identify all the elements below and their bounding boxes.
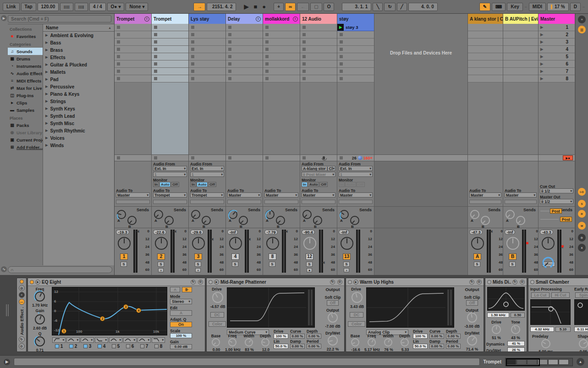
clip-stop-button[interactable]	[302, 48, 306, 51]
clip-stop-button[interactable]	[340, 62, 343, 66]
quantize-menu[interactable]: None▾	[126, 3, 148, 11]
mixer-toggle-r[interactable]: R	[578, 210, 586, 218]
clip-slot[interactable]	[263, 31, 300, 38]
preview-bar[interactable]: ∩	[8, 266, 112, 273]
freq-value[interactable]: 1.70 kHz	[29, 303, 51, 308]
dc-button[interactable]: DC	[210, 312, 224, 318]
clip-slot[interactable]	[115, 60, 151, 68]
volume-value[interactable]: -7.79	[264, 230, 278, 235]
master-header[interactable]: Master	[539, 14, 575, 24]
track-activator[interactable]: A	[473, 253, 481, 260]
scene-slot[interactable]: ▶1	[539, 24, 575, 31]
clip-stop-button[interactable]	[228, 33, 231, 36]
stop-all-clips-button[interactable]	[302, 156, 306, 159]
output-value[interactable]: -7.00 dB	[321, 324, 344, 329]
adapt-q-button[interactable]: On	[170, 322, 192, 327]
spectrum-button[interactable]: ⊪	[182, 287, 192, 292]
session-record-button[interactable]: ▢	[310, 3, 322, 11]
volume-knob[interactable]	[192, 237, 205, 250]
clip-slot[interactable]	[152, 75, 188, 82]
q-value[interactable]: 0.71	[29, 348, 51, 352]
edit-ab-button[interactable]: A	[170, 310, 192, 316]
clip-slot[interactable]	[337, 46, 374, 53]
freq-knob[interactable]	[228, 338, 236, 346]
solo-button[interactable]: S	[232, 262, 238, 267]
clip-slot[interactable]	[115, 75, 151, 82]
ws_curve-field[interactable]: 0.00 %	[290, 334, 305, 339]
devices-toggle-icon[interactable]: —	[19, 299, 25, 305]
midi-overdub-button[interactable]: ∞	[285, 3, 296, 11]
device-on-icon[interactable]	[487, 280, 491, 284]
monitor-auto-button[interactable]: Auto	[308, 182, 319, 187]
volume-knob[interactable]	[229, 237, 242, 250]
ws_curve-field[interactable]: 0.00 %	[429, 334, 444, 339]
volume-knob[interactable]	[266, 237, 279, 250]
monitor-off-button[interactable]: Off	[208, 182, 216, 187]
clip-stop-button[interactable]	[154, 77, 157, 80]
midi-map-button[interactable]: MIDI	[529, 3, 546, 11]
depth-knob[interactable]	[261, 338, 269, 346]
sidebar-item-samples[interactable]: ▬Samples	[8, 106, 43, 114]
hot-swap-icon[interactable]: ↻	[19, 336, 25, 342]
solo-button[interactable]: S	[509, 262, 516, 267]
folder-expand-icon[interactable]: ▶	[45, 70, 48, 74]
filter-q-field[interactable]: 5.10	[555, 327, 571, 332]
clip-stop-button[interactable]	[228, 70, 231, 73]
list-item-folder[interactable]: ▶Voices	[43, 134, 114, 142]
follow-button[interactable]: →	[193, 3, 205, 11]
clip-stop-button[interactable]	[302, 33, 306, 36]
dc-button[interactable]: DC	[350, 312, 363, 318]
clip-stop-button[interactable]	[302, 40, 306, 44]
sidebar-item-max-for-live[interactable]: ⇄Max for Live	[8, 84, 43, 92]
soft-clip-button[interactable]: Off	[327, 300, 339, 306]
clip-slot[interactable]	[263, 46, 300, 53]
monitor-in-button[interactable]: In	[302, 182, 308, 187]
clip-slot[interactable]	[226, 75, 263, 82]
mixer-toggle-x[interactable]: X	[578, 244, 586, 252]
output-value[interactable]: -3.00 dB	[461, 324, 484, 329]
drive-value[interactable]: -4.57 dB	[207, 304, 229, 309]
device-on-icon[interactable]	[20, 280, 24, 284]
scene-slot[interactable]: ▶5	[539, 53, 575, 60]
ws_depth-field[interactable]: 0.00 %	[446, 334, 461, 339]
clip-slot[interactable]	[263, 75, 300, 82]
clip-stop-button[interactable]	[302, 62, 306, 66]
list-item-folder[interactable]: ▶Bass	[43, 39, 114, 46]
search-input[interactable]	[8, 15, 111, 22]
q-knob[interactable]	[35, 336, 45, 346]
folder-expand-icon[interactable]: ▶	[45, 136, 48, 140]
volume-value[interactable]: -22.6	[153, 230, 166, 235]
list-item-folder[interactable]: ▶Percussive	[43, 83, 114, 90]
scene-play-icon[interactable]: ▶	[540, 62, 543, 66]
clip-stop-button[interactable]	[228, 77, 231, 80]
clip-stop-button[interactable]	[265, 62, 269, 66]
hot-swap-icon[interactable]: ↻	[330, 280, 335, 285]
scene-slot[interactable]: ▶3	[539, 38, 575, 46]
clip-slot[interactable]	[337, 38, 374, 46]
list-item-folder[interactable]: ▶Guitar & Plucked	[43, 61, 114, 68]
clip-stop-button[interactable]	[154, 70, 157, 73]
clip-slot[interactable]	[503, 60, 538, 68]
spin-button[interactable]: Spin	[575, 292, 588, 298]
clip-stop-button[interactable]	[340, 77, 343, 80]
clip-slot[interactable]	[115, 31, 151, 38]
waveshaper-display[interactable]	[366, 287, 454, 328]
track-header[interactable]: 12 Audio	[300, 14, 337, 24]
sidebar-item-favorites[interactable]: ■ Favorites	[8, 33, 43, 40]
waveshaper-display[interactable]	[227, 287, 315, 328]
output-gain-field[interactable]: 0.00 dB	[170, 344, 192, 349]
mode-select[interactable]: Stereo▾	[170, 299, 192, 304]
stop-all-clips-button[interactable]	[340, 156, 343, 159]
clip-slot[interactable]	[189, 31, 225, 38]
clip-slot[interactable]	[263, 38, 300, 46]
audio-to-select[interactable]: Master▾	[116, 192, 150, 198]
sidebar-item-packs[interactable]: ▤Packs	[8, 121, 43, 129]
sidebar-item-midi-effects[interactable]: ≡MIDI Effects	[8, 77, 43, 84]
clip-slot[interactable]	[115, 24, 151, 31]
scene-slot[interactable]: ▶7	[539, 68, 575, 75]
sidebar-item-drums[interactable]: ▦Drums	[8, 55, 43, 62]
clip-slot[interactable]	[468, 24, 503, 31]
clip-slot[interactable]	[263, 24, 300, 31]
clip-slot[interactable]	[337, 53, 374, 60]
send-b-knob[interactable]	[516, 216, 525, 225]
